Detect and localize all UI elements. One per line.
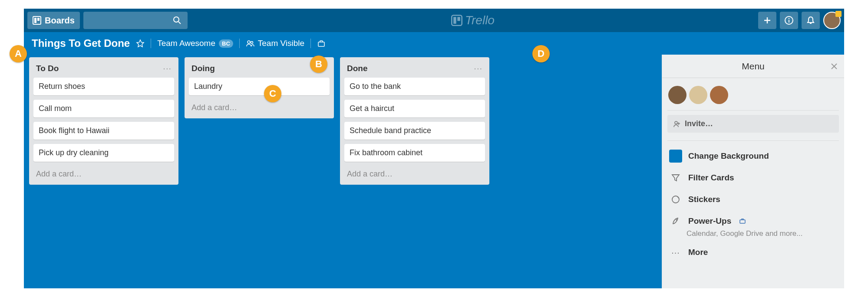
svg-rect-24 [740, 220, 745, 223]
svg-point-14 [248, 41, 250, 43]
svg-rect-0 [33, 16, 41, 24]
visibility-selector[interactable]: Team Visible [246, 39, 304, 48]
menu-header: Menu [662, 55, 844, 78]
annotation-a: A [10, 45, 27, 62]
create-button[interactable] [758, 12, 776, 29]
card[interactable]: Fix bathroom cabinet [344, 144, 485, 162]
search-icon [173, 16, 182, 25]
menu-title: Menu [742, 61, 765, 72]
board-icon [33, 16, 41, 25]
board-header: Things To Get Done Team Awesome BC Team … [24, 32, 844, 55]
powerups-subtitle: Calendar, Google Drive and more... [667, 229, 839, 238]
list-title[interactable]: Done [347, 64, 368, 73]
card[interactable]: Return shoes [33, 78, 174, 95]
boards-button[interactable]: Boards [27, 12, 80, 29]
sticker-icon [669, 193, 682, 206]
card[interactable]: Call mom [33, 100, 174, 117]
visibility-label: Team Visible [258, 39, 304, 48]
list-done: Done ··· Go to the bank Get a haircut Sc… [340, 57, 489, 185]
list-menu-button[interactable]: ··· [474, 63, 482, 73]
menu-item-label: Stickers [688, 195, 720, 204]
separator [151, 39, 151, 48]
member-avatar[interactable] [710, 86, 728, 104]
close-menu-button[interactable] [830, 62, 838, 70]
svg-line-4 [178, 22, 181, 24]
menu-item-label: Power-Ups [688, 216, 731, 226]
logo-text: Trello [465, 13, 495, 27]
menu-body: Invite… Change Background Filter Cards [662, 78, 844, 268]
board-actions[interactable] [317, 39, 326, 48]
plus-icon [763, 16, 772, 25]
info-button[interactable] [780, 12, 798, 29]
card[interactable]: Book flight to Hawaii [33, 122, 174, 140]
user-avatar[interactable] [823, 12, 841, 29]
invite-label: Invite… [685, 119, 713, 128]
background-swatch-icon [669, 150, 682, 163]
bell-icon [806, 16, 815, 25]
list-title[interactable]: To Do [36, 64, 59, 73]
main-area: To Do ··· Return shoes Call mom Book fli… [24, 55, 844, 288]
add-card-button[interactable]: Add a card… [189, 100, 330, 114]
list-todo: To Do ··· Return shoes Call mom Book fli… [29, 57, 178, 185]
separator [310, 39, 311, 48]
annotation-c: C [264, 85, 281, 102]
annotation-d: D [532, 45, 550, 62]
separator [239, 39, 240, 48]
svg-rect-1 [34, 18, 36, 23]
card[interactable]: Schedule band practice [344, 122, 485, 140]
annotation-b: B [310, 55, 327, 73]
lists-container: To Do ··· Return shoes Call mom Book fli… [24, 55, 662, 288]
menu-item-powerups[interactable]: Power-Ups [667, 210, 839, 232]
menu-item-change-background[interactable]: Change Background [667, 145, 839, 167]
list-menu-button[interactable]: ··· [163, 63, 172, 73]
briefcase-icon [317, 39, 326, 48]
svg-rect-2 [37, 18, 40, 21]
app-window: Boards Trello Things To Get Done Team Aw… [24, 9, 844, 288]
svg-rect-16 [318, 42, 324, 46]
member-avatar[interactable] [689, 86, 707, 104]
menu-item-label: More [688, 248, 708, 257]
svg-point-3 [174, 17, 179, 22]
close-icon [830, 62, 838, 70]
menu-item-stickers[interactable]: Stickers [667, 189, 839, 210]
logo[interactable]: Trello [191, 13, 755, 27]
menu-item-filter-cards[interactable]: Filter Cards [667, 167, 839, 189]
team-name: Team Awesome [157, 39, 215, 48]
top-bar: Boards Trello [24, 9, 844, 32]
add-person-icon [673, 120, 680, 128]
card[interactable]: Get a haircut [344, 100, 485, 117]
svg-rect-5 [452, 15, 462, 25]
svg-point-15 [251, 42, 253, 44]
invite-button[interactable]: Invite… [667, 115, 839, 133]
card[interactable]: Laundry [189, 78, 330, 95]
search-input[interactable] [83, 12, 188, 29]
trello-logo-icon [451, 15, 462, 26]
card[interactable]: Go to the bank [344, 78, 485, 95]
board-menu-panel: Menu Invite… Change B [662, 55, 844, 288]
svg-rect-7 [457, 17, 460, 21]
filter-icon [669, 171, 682, 184]
members-row [667, 83, 839, 111]
notifications-button[interactable] [802, 12, 820, 29]
list-header: Done ··· [344, 62, 485, 78]
boards-label: Boards [45, 16, 75, 26]
menu-item-label: Filter Cards [688, 173, 734, 183]
add-card-button[interactable]: Add a card… [344, 166, 485, 180]
card[interactable]: Pick up dry cleaning [33, 144, 174, 162]
team-badge: BC [219, 39, 233, 48]
more-icon: ··· [669, 246, 682, 259]
people-icon [246, 39, 254, 48]
team-selector[interactable]: Team Awesome BC [157, 39, 233, 48]
list-title[interactable]: Doing [191, 64, 215, 73]
menu-item-label: Change Background [688, 151, 769, 161]
star-icon[interactable] [136, 39, 145, 48]
svg-point-19 [675, 121, 677, 124]
svg-point-11 [789, 18, 790, 20]
briefcase-small-icon [739, 218, 746, 225]
board-title[interactable]: Things To Get Done [32, 37, 130, 49]
member-avatar[interactable] [668, 86, 686, 104]
list-header: To Do ··· [33, 62, 174, 78]
list-header: Doing ··· [189, 62, 330, 78]
add-card-button[interactable]: Add a card… [33, 166, 174, 180]
menu-item-more[interactable]: ··· More [667, 242, 839, 263]
